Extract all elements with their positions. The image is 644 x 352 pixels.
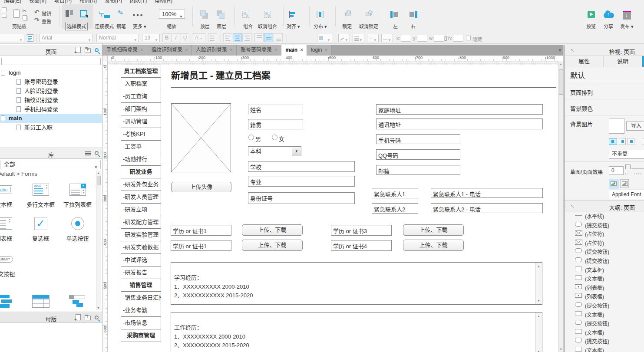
tab-close-icon[interactable]: × xyxy=(325,47,328,53)
font-color-button[interactable]: A ▼ xyxy=(192,33,205,42)
wireframe-menu-item[interactable]: -部门架构 xyxy=(121,102,161,115)
library-widget[interactable] xyxy=(59,293,96,310)
distribute-icon[interactable] xyxy=(317,11,324,18)
border-color-select[interactable]: ▼ xyxy=(338,34,350,42)
zoom-select[interactable]: 100%▼ xyxy=(159,10,185,19)
tab-notes[interactable]: 说明 xyxy=(604,56,642,67)
redo-label[interactable]: 重做 xyxy=(42,18,51,25)
outline-item[interactable]: (文本框) xyxy=(565,327,644,336)
lock-icon[interactable] xyxy=(345,13,350,16)
emergency2-phone-field[interactable]: 紧急联系人2 - 电话 xyxy=(431,203,543,213)
page-tree-item[interactable]: login xyxy=(0,68,102,77)
page-tree-item[interactable]: 人脸识别登录 xyxy=(0,86,102,95)
bold-button[interactable]: B xyxy=(162,33,171,42)
study-history-textarea[interactable]: 学习经历： 1、XXXXXXXXXX 2000-2010 2、XXXXXXXXX… xyxy=(171,262,542,305)
library-widget[interactable]: SUBMIT提交按钮 xyxy=(0,250,22,278)
emergency1-field[interactable]: 紧急联系人1 xyxy=(372,188,418,198)
wireframe-menu-item[interactable]: -研发人员管理 xyxy=(121,191,161,204)
sketch-slider-track[interactable] xyxy=(631,168,644,169)
upload-avatar-button[interactable]: 上传头像 xyxy=(171,182,231,192)
fill-color-select[interactable]: ▼ xyxy=(317,34,332,42)
x-input[interactable] xyxy=(401,35,411,42)
female-radio[interactable] xyxy=(272,135,277,140)
connect-mode-icon[interactable] xyxy=(99,11,110,18)
undo-label[interactable]: 撤销 xyxy=(42,10,51,17)
library-widget[interactable]: abc文本框 xyxy=(0,181,22,208)
upload-download-button[interactable]: 上传、下载 xyxy=(403,240,464,251)
wireframe-menu-item[interactable]: -研发报告 xyxy=(121,266,161,279)
library-widget[interactable] xyxy=(22,293,59,310)
work-history-scrollbar[interactable]: ▲▼ xyxy=(535,313,542,352)
wireframe-menu-item[interactable]: -研发实验数据 xyxy=(121,241,161,254)
outline-item[interactable]: ▼(列表框) xyxy=(565,291,644,300)
page-tree-item[interactable]: 新员工入职 xyxy=(0,123,102,132)
send-to-back-icon[interactable] xyxy=(217,10,225,19)
preview-label[interactable]: 预览 xyxy=(586,23,596,30)
wireframe-divider-line[interactable] xyxy=(171,87,556,88)
wireframe-menu-item[interactable]: -市场信息 xyxy=(121,316,161,329)
align-icon[interactable] xyxy=(289,11,297,18)
shape-style-select[interactable]: ▼ xyxy=(0,34,24,42)
connect-mode-label[interactable]: 连接模式 xyxy=(95,23,114,30)
hide-checkbox[interactable] xyxy=(466,36,471,40)
applied-font-select[interactable]: Applied Font xyxy=(609,190,644,199)
canvas-tab[interactable]: 手机扫码登录× xyxy=(102,45,147,56)
wireframe-menu-item[interactable]: -业务考勤 xyxy=(121,304,161,317)
outline-item[interactable]: ▼(列表框) xyxy=(565,283,644,292)
outline-item[interactable]: (提交按钮) xyxy=(565,336,644,345)
outline-item[interactable]: (提交按钮) xyxy=(565,220,644,229)
bullet-list-icon[interactable] xyxy=(208,33,217,42)
align-text-right-icon[interactable] xyxy=(242,33,251,42)
tab-close-icon[interactable]: × xyxy=(140,47,143,53)
birthplace-field[interactable]: 籍贯 xyxy=(248,119,303,129)
bg-repeat-select[interactable]: 不重复 xyxy=(609,150,644,159)
canvas-tab[interactable]: login× xyxy=(307,45,331,56)
pages-filter-input[interactable] xyxy=(1,58,101,65)
menubar-item[interactable]: 发布(P) xyxy=(105,0,122,3)
avatar-placeholder[interactable] xyxy=(171,103,231,172)
group-label[interactable]: 组合 xyxy=(243,23,253,30)
bg-align-button[interactable] xyxy=(619,138,626,145)
email-field[interactable]: 邮箱 xyxy=(376,165,460,175)
underline-button[interactable]: U xyxy=(181,33,189,42)
align-label[interactable]: 对齐 ▾ xyxy=(287,23,300,30)
bg-align-button[interactable] xyxy=(642,138,644,145)
cert-doc-field[interactable]: 学历 or 证书4 xyxy=(331,240,392,251)
wireframe-menu-item[interactable]: -调动管理 xyxy=(121,115,161,128)
page-tree-item[interactable]: 手机扫码登录 xyxy=(0,105,102,114)
wireframe-menu-item[interactable]: -中试评选 xyxy=(121,253,161,266)
group-icon[interactable] xyxy=(242,11,249,18)
copy-icon[interactable] xyxy=(23,15,27,20)
align-left-icon[interactable] xyxy=(390,11,400,18)
preview-icon[interactable] xyxy=(588,11,595,18)
wireframe-menu-item[interactable]: -研发配方管理 xyxy=(121,216,161,229)
outline-item[interactable]: (水平线) xyxy=(565,211,644,220)
tab-overflow-icon[interactable]: ▼ xyxy=(558,48,562,53)
save-icon[interactable] xyxy=(2,7,7,12)
ungroup-icon[interactable] xyxy=(264,11,271,18)
outline-item[interactable]: (文本框) xyxy=(565,265,644,274)
redo-icon[interactable]: ↷ xyxy=(34,16,40,23)
education-select[interactable]: 本科▼ xyxy=(248,146,301,156)
menubar-item[interactable]: 视图(V) xyxy=(29,0,46,3)
share-label[interactable]: 分享 xyxy=(604,23,613,30)
mailing-address-field[interactable]: 通讯地址 xyxy=(376,118,543,129)
wireframe-menu-item[interactable]: -入职档案 xyxy=(121,77,161,90)
share-icon[interactable] xyxy=(604,13,614,18)
library-menu-icon[interactable] xyxy=(85,151,91,155)
male-radio[interactable] xyxy=(248,135,254,140)
outline-item[interactable]: (提交按钮) xyxy=(565,300,644,309)
arrow-style-select[interactable]: ▼ xyxy=(381,34,393,42)
color-image-effect-button[interactable] xyxy=(609,179,618,188)
tab-properties[interactable]: 属性 xyxy=(565,56,604,67)
wireframe-menu-header[interactable]: 员工档案管理 xyxy=(121,65,161,78)
y-input[interactable] xyxy=(417,35,427,42)
menubar-item[interactable]: 团队(T) xyxy=(130,0,147,3)
library-widget[interactable]: ▼▲▼下拉列表框 xyxy=(59,181,96,208)
upload-download-button[interactable]: 上传、下载 xyxy=(242,224,303,236)
library-scrollbar[interactable]: ▲ ▼ xyxy=(96,171,101,310)
study-history-scrollbar[interactable]: ▲▼ xyxy=(535,263,542,304)
border-style-select[interactable]: ▼ xyxy=(367,34,379,42)
wireframe-page-title[interactable]: 新增员工 - 建立员工档案 xyxy=(171,68,271,81)
library-widget[interactable] xyxy=(0,293,22,310)
